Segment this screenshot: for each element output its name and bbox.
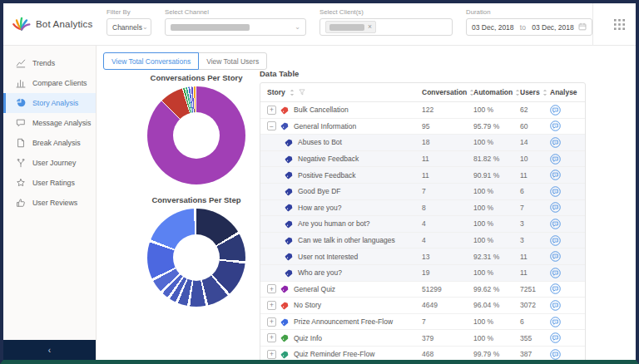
analyse-chat-icon[interactable] [550,219,561,229]
charts-column: Conversations Per Story Conversations Pe… [118,73,275,307]
column-header-analyse: Analyse [550,88,585,96]
users-value: 11 [520,253,550,261]
apps-grid-icon[interactable] [614,19,625,30]
users-value: 60 [520,122,550,130]
table-row-good-bye-df: Good Bye DF7100 %6 [260,184,585,200]
table-row-general-information: −General Information9595.79 %60 [260,119,585,135]
conversation-value: 7 [422,187,473,195]
automation-value: 95.79 % [473,122,520,130]
analyse-chat-icon[interactable] [550,283,561,294]
analyse-chat-icon[interactable] [550,349,561,360]
sort-icon[interactable] [542,89,547,96]
tab-view-total-conversations[interactable]: View Total Conversations [103,52,199,70]
analyse-chat-icon[interactable] [550,170,561,180]
analyse-chat-icon[interactable] [550,121,561,131]
tag-icon [285,170,294,180]
story-name: No Story [294,301,321,309]
conversation-value: 11 [422,171,473,180]
duration-label: Duration [466,8,592,16]
star-icon [16,178,26,188]
automation-value: 100 % [473,106,520,114]
column-header-story: Story [260,88,422,96]
analyse-chat-icon[interactable] [550,137,561,148]
tag-icon [280,333,290,342]
view-tabs: View Total ConversationsView Total Users [103,52,267,70]
expand-toggle-icon[interactable]: + [267,106,276,115]
analyse-chat-icon[interactable] [550,300,561,311]
step-donut-chart[interactable] [147,209,245,307]
conversation-value: 379 [422,334,473,342]
story-donut-chart[interactable] [147,86,245,184]
user-profile-icon[interactable] [636,17,639,31]
tag-icon [285,138,294,147]
tab-view-total-users[interactable]: View Total Users [198,52,267,70]
sidebar-item-user-reviews[interactable]: User Reviews [3,193,96,213]
story-name: Are you human or bot? [298,219,369,228]
sidebar-item-user-ratings[interactable]: User Ratings [3,173,96,193]
step-chart-title: Conversations Per Step [151,195,240,204]
tag-icon [280,350,290,359]
sidebar-item-label: User Ratings [32,179,75,187]
story-name: User not Interested [298,253,358,261]
conversation-value: 4 [422,236,473,244]
select-clients-label: Select Client(s) [320,8,453,16]
tag-icon [280,106,290,115]
conversation-value: 468 [422,350,473,358]
sidebar-item-label: Story Analysis [32,99,78,107]
expand-toggle-icon[interactable]: + [267,301,276,310]
channel-select[interactable]: ⌄ [165,18,306,36]
chevron-down-icon: ⌄ [142,24,148,31]
sidebar-item-user-journey[interactable]: User Journey [3,153,96,173]
expand-toggle-icon[interactable]: + [267,350,276,359]
analyse-chat-icon[interactable] [550,332,561,343]
automation-value: 100 % [473,334,520,342]
analyse-chat-icon[interactable] [550,235,561,246]
tag-icon [280,121,290,130]
filter-icon[interactable] [299,89,305,96]
column-header-users: Users [520,88,550,96]
sidebar-item-message-analysis[interactable]: Message Analysis [3,113,96,133]
expand-toggle-icon[interactable]: + [267,333,276,342]
analyse-chat-icon[interactable] [550,251,561,262]
analyse-chat-icon[interactable] [550,202,561,213]
expand-toggle-icon[interactable]: − [267,121,276,130]
sidebar-collapse-button[interactable]: ‹ [3,340,96,360]
duration-picker[interactable]: 03 Dec, 2018 to 03 Dec, 2018 [466,18,592,36]
story-name: General Quiz [294,285,335,293]
expand-toggle-icon[interactable]: + [267,284,276,293]
clients-select[interactable]: × [320,18,453,36]
sort-icon[interactable] [290,89,295,96]
conversation-value: 4649 [422,301,473,309]
story-name: Can we talk in other languages [298,236,395,244]
analyse-chat-icon[interactable] [550,186,561,197]
sidebar-item-trends[interactable]: Trends [3,53,96,73]
redacted-channel-value [171,24,250,31]
analyse-chat-icon[interactable] [550,154,561,165]
tag-icon [285,252,294,261]
sidebar-item-compare-clients[interactable]: Compare Clients [3,73,96,93]
sidebar-item-break-analysis[interactable]: Break Analysis [3,133,96,153]
automation-value: 100 % [473,187,520,195]
date-from: 03 Dec, 2018 [472,23,514,32]
remove-client-icon[interactable]: × [368,23,372,31]
users-value: 3 [520,236,550,244]
story-name: Who are you? [298,268,342,277]
analyse-chat-icon[interactable] [550,317,561,327]
journey-icon [16,158,26,168]
bar-chart-icon [16,78,26,88]
conversation-value: 13 [422,253,473,261]
table-header-row: StoryConversationAutomationUsersAnalyse [260,83,585,102]
sidebar-item-label: Break Analysis [32,139,81,147]
automation-value: 81.82 % [473,155,520,163]
automation-value: 100 % [473,236,520,244]
tag-icon [285,236,294,245]
expand-toggle-icon[interactable]: + [267,317,276,327]
story-name: Abuses to Bot [298,138,342,146]
sidebar-item-label: Message Analysis [32,119,91,127]
analyse-chat-icon[interactable] [550,268,561,278]
filter-by-select[interactable]: Channels ⌄ [106,18,151,36]
sidebar-item-story-analysis[interactable]: Story Analysis [3,93,96,113]
tag-icon [280,301,290,310]
analyse-chat-icon[interactable] [550,105,561,116]
table-row-who-are-you: Who are you?19100 %11 [260,265,585,282]
